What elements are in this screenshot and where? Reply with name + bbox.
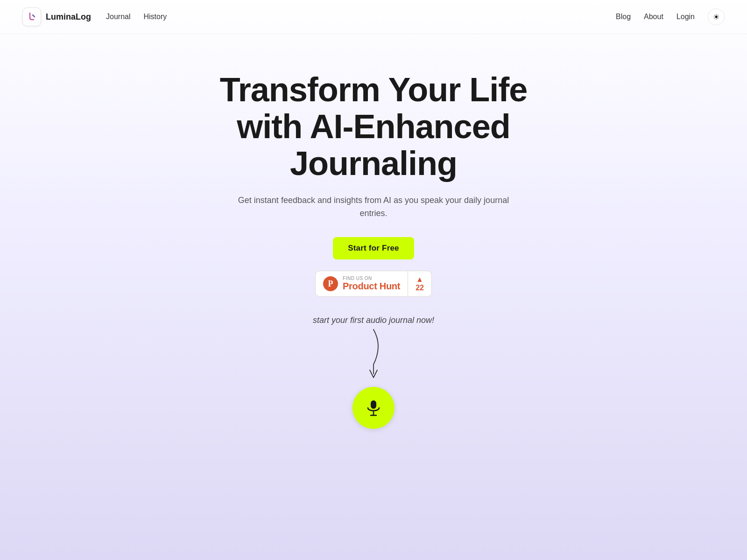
- ph-right: ▲ 22: [408, 272, 431, 295]
- hero-title-line1: Transform Your Life: [220, 71, 527, 108]
- logo-link[interactable]: LuminaLog: [22, 7, 91, 26]
- ph-upvote-count: 22: [416, 284, 424, 292]
- navbar: LuminaLog Journal History Blog About Log…: [0, 0, 747, 34]
- ph-left: P FIND US ON Product Hunt: [316, 271, 408, 296]
- product-hunt-badge[interactable]: P FIND US ON Product Hunt ▲ 22: [315, 271, 432, 297]
- hero-title: Transform Your Life with AI-Enhanced Jou…: [163, 71, 584, 182]
- sun-icon: ☀: [713, 13, 719, 21]
- nav-login[interactable]: Login: [677, 13, 695, 21]
- curved-arrow-icon: [359, 327, 388, 383]
- nav-about[interactable]: About: [644, 13, 663, 21]
- product-hunt-p-icon: P: [323, 276, 338, 291]
- ph-text-block: FIND US ON Product Hunt: [343, 276, 400, 292]
- nav-right: Blog About Login ☀: [616, 8, 725, 25]
- start-free-button[interactable]: Start for Free: [333, 237, 414, 259]
- nav-links: Journal History: [106, 13, 167, 21]
- nav-blog[interactable]: Blog: [616, 13, 631, 21]
- nav-left: LuminaLog Journal History: [22, 7, 167, 26]
- ph-find-us-text: FIND US ON: [343, 276, 372, 281]
- logo-name: LuminaLog: [46, 12, 91, 22]
- hero-title-line2: with AI-Enhanced Journaling: [237, 108, 510, 182]
- ph-product-hunt-name: Product Hunt: [343, 281, 400, 292]
- hero-section: Transform Your Life with AI-Enhanced Jou…: [0, 34, 747, 448]
- microphone-icon: [364, 399, 383, 417]
- audio-cta-text: start your first audio journal now!: [313, 315, 434, 325]
- hero-subtitle: Get instant feedback and insights from A…: [233, 194, 514, 221]
- audio-cta-section: start your first audio journal now!: [313, 315, 434, 429]
- svg-rect-0: [371, 400, 376, 409]
- logo-svg: [26, 11, 37, 22]
- nav-history[interactable]: History: [143, 13, 167, 21]
- logo-icon: [22, 7, 41, 26]
- ph-upvote-arrow-icon: ▲: [416, 276, 423, 283]
- nav-journal[interactable]: Journal: [106, 13, 130, 21]
- microphone-button[interactable]: [352, 387, 395, 429]
- theme-toggle-button[interactable]: ☀: [708, 8, 725, 25]
